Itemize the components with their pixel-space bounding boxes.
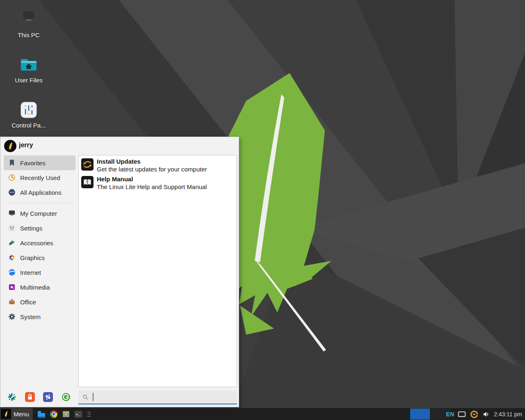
internet-icon: [8, 268, 16, 276]
app-item-install-updates[interactable]: Install Updates Get the latest updates f…: [81, 158, 234, 173]
menu-category-accessories[interactable]: Accessories: [4, 235, 75, 250]
switch-arrows-icon: [43, 392, 53, 402]
chrome-icon[interactable]: [49, 409, 59, 419]
settings-manager-button[interactable]: [7, 392, 17, 402]
system-tray: EN 2:43:11 pm: [446, 408, 522, 420]
desktop-icon-user-files[interactable]: User Files: [7, 55, 50, 84]
update-notifier-icon[interactable]: [469, 409, 479, 419]
terminal-glyph: >_: [76, 412, 80, 416]
archive-icon[interactable]: [61, 409, 71, 419]
desktop-icon-label: Control Pa...: [7, 122, 50, 129]
search-bar[interactable]: [78, 390, 237, 404]
feather-icon: [2, 410, 10, 418]
category-label: Accessories: [20, 240, 53, 247]
category-label: Internet: [20, 269, 41, 276]
menu-category-favorites[interactable]: Favorites: [4, 155, 75, 170]
menu-category-multimedia[interactable]: Multimedia: [4, 280, 75, 294]
volume-icon[interactable]: [482, 410, 491, 419]
system-icon: [8, 313, 16, 321]
whisker-menu: jerry Favorites Recently Used: [0, 137, 239, 407]
menu-category-all-applications[interactable]: All Applications: [4, 185, 75, 200]
menu-category-recently-used[interactable]: Recently Used: [4, 170, 75, 185]
menu-header: jerry: [0, 137, 239, 155]
user-avatar[interactable]: [4, 140, 16, 152]
desktop-icon-label: User Files: [7, 77, 50, 84]
log-out-button[interactable]: [61, 392, 71, 402]
install-updates-icon: [81, 158, 94, 171]
all-apps-icon: [8, 188, 16, 196]
window-list-icon[interactable]: [86, 411, 91, 418]
category-label: Settings: [20, 225, 42, 232]
menu-button-label: Menu: [14, 411, 29, 418]
app-list: Install Updates Get the latest updates f…: [78, 155, 237, 387]
menu-category-my-computer[interactable]: My Computer: [4, 206, 75, 221]
multimedia-icon: [8, 283, 16, 291]
category-label: Multimedia: [20, 284, 50, 291]
computer-icon: [8, 209, 16, 217]
menu-button[interactable]: Menu: [0, 408, 33, 420]
app-title: Install Updates: [97, 158, 207, 165]
category-label: Graphics: [20, 254, 45, 261]
control-panel-icon: [19, 100, 39, 120]
menu-category-system[interactable]: System: [4, 309, 75, 324]
search-icon: [82, 394, 89, 401]
app-title: Help Manual: [97, 175, 207, 183]
logout-arrow-icon: [61, 392, 71, 402]
desktop: This PC User Files Control Pa...: [0, 0, 525, 420]
feather-avatar-icon: [5, 141, 15, 151]
display-icon[interactable]: [457, 410, 466, 419]
lock-icon: [25, 392, 35, 402]
search-input[interactable]: [94, 390, 237, 404]
app-description: The Linux Lite Help and Support Manual: [97, 183, 207, 191]
switch-user-button[interactable]: [43, 392, 53, 402]
desktop-icon-label: This PC: [7, 32, 50, 39]
taskbar: Menu >_: [0, 408, 525, 420]
category-label: Favorites: [20, 160, 46, 167]
keyboard-layout-indicator[interactable]: EN: [446, 411, 454, 418]
category-label: All Applications: [20, 189, 62, 196]
clock-icon: [8, 173, 16, 182]
menu-actions: [7, 392, 71, 402]
category-label: My Computer: [20, 210, 57, 217]
sidebar-separator: [5, 203, 75, 203]
menu-category-settings[interactable]: Settings: [4, 221, 75, 235]
taskbar-launchers: >_: [37, 409, 83, 419]
sliders-icon: [8, 224, 16, 232]
app-description: Get the latest updates for your computer: [97, 165, 207, 173]
terminal-icon[interactable]: >_: [73, 409, 83, 419]
help-manual-icon: [81, 176, 94, 188]
clock[interactable]: 2:43:11 pm: [494, 411, 522, 418]
bookmark-icon: [8, 159, 16, 167]
desktop-icon-this-pc[interactable]: This PC: [7, 10, 50, 39]
user-name: jerry: [19, 142, 33, 149]
computer-icon: [19, 10, 39, 30]
office-icon: [8, 298, 16, 306]
category-label: Recently Used: [20, 174, 60, 181]
file-manager-icon[interactable]: [37, 409, 46, 419]
menu-category-graphics[interactable]: Graphics: [4, 250, 75, 265]
workspace-switcher-active[interactable]: [410, 409, 430, 420]
category-label: System: [20, 313, 41, 320]
accessories-icon: [8, 239, 16, 247]
app-item-help-manual[interactable]: Help Manual The Linux Lite Help and Supp…: [81, 175, 234, 191]
menu-sidebar: Favorites Recently Used All Applications: [4, 155, 75, 324]
category-label: Office: [20, 299, 36, 306]
folder-home-icon: [19, 55, 39, 75]
graphics-icon: [8, 253, 16, 262]
menu-category-office[interactable]: Office: [4, 294, 75, 309]
menu-category-internet[interactable]: Internet: [4, 265, 75, 280]
settings-gear-wrench-icon: [7, 392, 17, 402]
lock-screen-button[interactable]: [25, 392, 35, 402]
desktop-icon-control-panel[interactable]: Control Pa...: [7, 100, 50, 129]
